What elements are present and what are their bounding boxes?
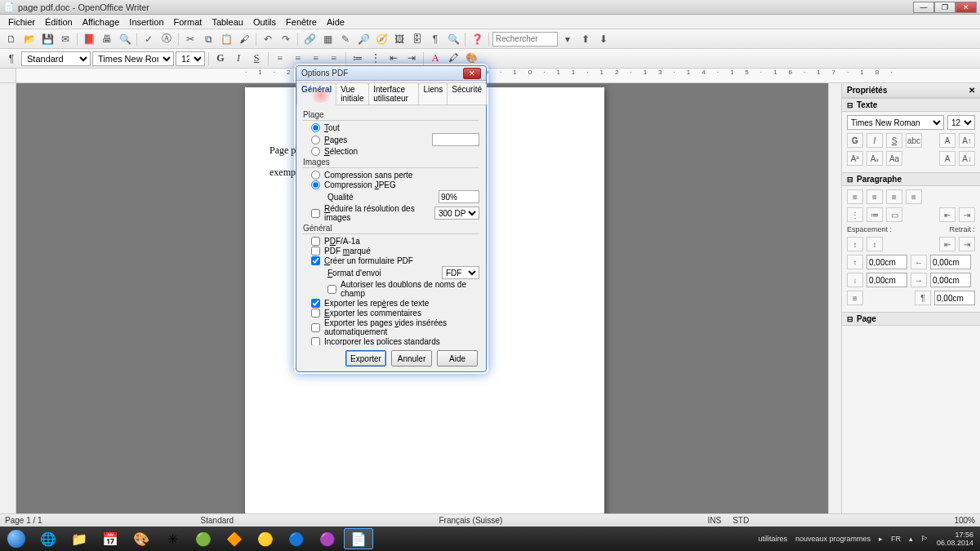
tab-securite[interactable]: Sécurité [447,82,487,104]
menu-insertion[interactable]: Insertion [124,16,168,29]
open-icon[interactable]: 📂 [21,31,38,47]
styles-icon[interactable]: ¶ [3,51,20,67]
system-tray[interactable]: utilitaires nouveaux programmes ▸ FR ▴ 🏳… [758,531,980,547]
task-paint-icon[interactable]: 🎨 [127,528,156,549]
align-center-icon[interactable]: ≡ [290,51,306,66]
props-grow-icon[interactable]: A↑ [959,133,975,148]
space-above-input[interactable] [866,255,907,269]
firstline-input[interactable] [934,291,975,305]
dialog-titlebar[interactable]: Options PDF ✕ [296,66,486,81]
gallery-icon[interactable]: 🖼 [391,31,408,47]
list-bullet-icon[interactable]: ⋮ [368,51,384,66]
lbl-formulaire[interactable]: Créer un formulaire PDF [324,256,413,265]
preview-icon[interactable]: 🔍 [117,31,133,47]
props-bg-icon[interactable]: ▭ [886,207,902,222]
chk-reduire[interactable] [311,209,320,218]
menu-fenetre[interactable]: Fenêtre [281,16,322,29]
lbl-polices[interactable]: Incorporer les polices standards [324,337,440,345]
bg-color-icon[interactable]: 🎨 [463,51,479,66]
chk-commentaires[interactable] [311,309,320,318]
props-underline-icon[interactable]: S [886,133,902,148]
close-button[interactable]: ✕ [956,2,977,13]
redo-icon[interactable]: ↷ [278,31,294,47]
indent-left-icon[interactable]: ← [911,255,927,269]
bold-button[interactable]: G [212,51,229,66]
task-app4-icon[interactable]: 🔵 [282,528,311,549]
task-ie-icon[interactable]: 🌐 [33,528,63,549]
tab-vue-initiale[interactable]: Vue initiale [336,82,369,104]
status-zoom[interactable]: 100% [954,516,975,525]
email-icon[interactable]: ✉ [57,31,74,47]
task-chrome-icon[interactable]: 🟡 [251,528,280,549]
props-bold-icon[interactable]: G [847,133,863,148]
props-case-icon[interactable]: Aa [886,151,902,166]
section-page-header[interactable]: Page [842,312,980,326]
horizontal-ruler[interactable]: ·1·2·3·4·5·6·7·8·9·10·11·12·13·14·15·16·… [16,69,980,82]
chk-reperes[interactable] [311,299,320,308]
props-align-center-icon[interactable]: ≡ [866,189,883,204]
datasource-icon[interactable]: 🗄 [409,31,425,47]
menu-format[interactable]: Format [169,16,207,29]
lbl-lossless[interactable]: Compression sans perte [324,171,412,180]
pages-input[interactable] [432,133,479,146]
tray-time[interactable]: 17:56 [937,531,973,539]
font-color-icon[interactable]: A [427,51,443,66]
space-below-icon[interactable]: ↓ [847,273,863,287]
cancel-button[interactable]: Annuler [391,350,432,367]
task-writer-icon[interactable]: 📄 [344,528,373,549]
menu-tableau[interactable]: Tableau [207,16,248,29]
task-app1-icon[interactable]: ✳ [158,528,187,549]
autocheck-icon[interactable]: Ⓐ [158,31,175,47]
nonprint-icon[interactable]: ¶ [427,31,443,47]
task-app5-icon[interactable]: 🟣 [313,528,342,549]
vertical-scrollbar[interactable] [828,83,841,513]
retrait-inc-icon[interactable]: ⇥ [959,237,975,251]
props-bullets-icon[interactable]: ⋮ [847,207,863,222]
table-icon[interactable]: ▦ [319,31,336,47]
lbl-doublons[interactable]: Autoriser les doublons de noms de champ [341,280,479,298]
tray-lang[interactable]: FR [891,535,901,543]
indent-more-icon[interactable]: ⇥ [403,51,420,66]
lbl-selection[interactable]: Sélection [324,147,358,156]
section-paragraphe-header[interactable]: Paragraphe [842,172,980,186]
help-icon[interactable]: ❓ [469,31,485,47]
pdf-icon[interactable]: 📕 [81,31,97,47]
radio-pages[interactable] [311,136,320,144]
maximize-button[interactable]: ❐ [934,2,956,13]
minimize-button[interactable]: — [913,2,934,13]
chk-formulaire[interactable] [311,256,320,265]
search-next-icon[interactable]: ⬇ [595,31,612,47]
export-button[interactable]: Exporter [345,350,386,367]
undo-icon[interactable]: ↶ [260,31,276,47]
format-envoi-select[interactable]: FDF [442,266,479,279]
lbl-reperes[interactable]: Exporter les repères de texte [324,299,429,308]
menu-fichier[interactable]: Fichier [3,16,40,29]
quality-input[interactable] [439,190,479,203]
lbl-tout[interactable]: Tout [324,123,340,132]
font-name-select[interactable]: Times New Roman [92,51,174,66]
align-right-icon[interactable]: ≡ [308,51,324,66]
zoom-icon[interactable]: 🔍 [445,31,461,47]
navigator-icon[interactable]: 🧭 [373,31,390,47]
menu-affichage[interactable]: Affichage [78,16,125,29]
radio-lossless[interactable] [311,171,320,180]
lbl-pdfa[interactable]: PDF/A-1a [324,237,360,246]
lbl-commentaires[interactable]: Exporter les commentaires [324,309,421,318]
tab-interface[interactable]: Interface utilisateur [368,82,419,104]
status-ins[interactable]: INS [708,516,722,525]
search-up-icon[interactable]: ⬆ [577,31,594,47]
props-strike-icon[interactable]: abc [906,133,922,148]
cut-icon[interactable]: ✂ [182,31,198,47]
props-align-justify-icon[interactable]: ≡ [906,189,922,204]
copy-icon[interactable]: ⧉ [200,31,216,47]
vertical-ruler[interactable] [0,83,16,513]
save-icon[interactable]: 💾 [39,31,56,47]
spacing-inc-icon[interactable]: ↕ [866,237,883,251]
lbl-pages-vides[interactable]: Exporter les pages vides insérées automa… [324,318,479,336]
radio-tout[interactable] [311,123,320,132]
indent-right-icon[interactable]: → [911,273,927,287]
search-down-icon[interactable]: ▾ [559,31,576,47]
align-left-icon[interactable]: ≡ [272,51,288,66]
chk-doublons[interactable] [327,285,336,294]
props-super-icon[interactable]: Aᵃ [847,151,863,166]
